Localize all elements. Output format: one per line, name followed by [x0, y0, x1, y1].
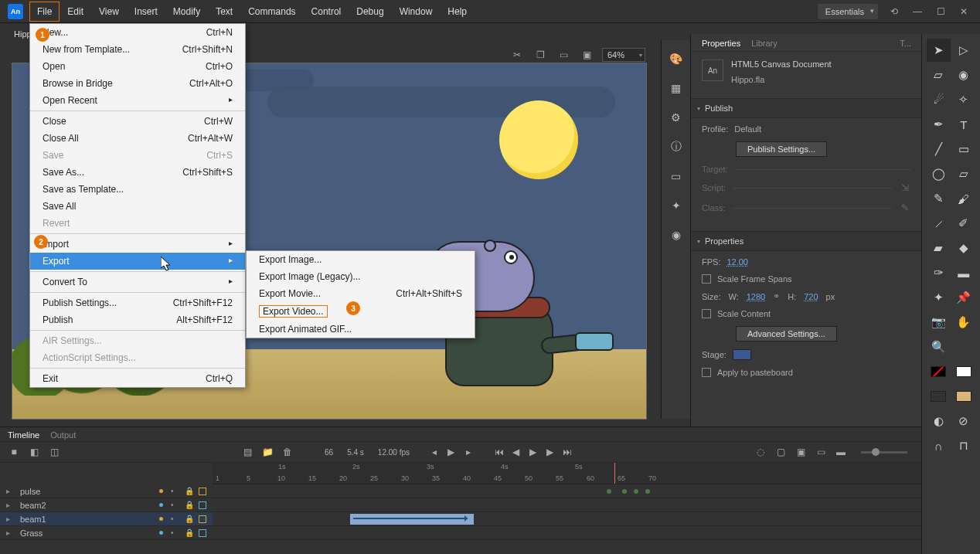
fps-value[interactable]: 12.00: [726, 257, 748, 267]
menu-modify[interactable]: Modify: [165, 2, 208, 22]
cc-libraries-icon[interactable]: ◉: [669, 227, 684, 243]
width-tool-icon[interactable]: ✦: [927, 286, 951, 309]
layer-row-beam1[interactable]: ▸beam1•🔒: [0, 512, 213, 526]
output-tab[interactable]: Output: [50, 430, 76, 440]
file-menu-close-all[interactable]: Close AllCtrl+Alt+W: [30, 130, 245, 147]
frames-row-beam1[interactable]: [213, 512, 921, 526]
paint-bucket-tool-icon[interactable]: ▰: [927, 236, 951, 260]
eyedropper-tool-icon[interactable]: ✑: [927, 261, 951, 284]
step-back-icon[interactable]: ◀: [510, 446, 522, 458]
menu-commands[interactable]: Commands: [240, 2, 303, 22]
snap-option-icon[interactable]: ⊓: [952, 434, 976, 457]
export-export-movie[interactable]: Export Movie...Ctrl+Alt+Shift+S: [247, 285, 475, 302]
file-menu-open[interactable]: OpenCtrl+O: [30, 58, 245, 75]
settings-icon[interactable]: [669, 110, 684, 125]
sync-icon[interactable]: ⟲: [887, 6, 901, 17]
hand-tool-icon[interactable]: ✋: [952, 311, 976, 334]
oval-tool-icon[interactable]: ◯: [927, 162, 951, 185]
workspace-dropdown[interactable]: Essentials: [818, 4, 878, 19]
file-menu-publish[interactable]: PublishAlt+Shift+F12: [30, 311, 245, 328]
text-tool-icon[interactable]: T: [952, 113, 976, 136]
free-transform-tool-icon[interactable]: ▱: [927, 63, 951, 87]
info-icon[interactable]: ⓘ: [669, 139, 684, 155]
show-all-icon[interactable]: ◧: [28, 446, 40, 458]
delete-layer-icon[interactable]: 🗑: [281, 446, 294, 458]
file-menu-publish-settings[interactable]: Publish Settings...Ctrl+Shift+F12: [30, 294, 245, 311]
publish-settings-button[interactable]: Publish Settings...: [736, 141, 827, 157]
frames-row-Grass[interactable]: [213, 526, 921, 540]
play-all-icon[interactable]: ▶: [527, 446, 539, 458]
new-layer-icon[interactable]: ▤: [241, 446, 254, 458]
export-export-image[interactable]: Export Image...: [247, 251, 475, 268]
subselection-tool-icon[interactable]: ▷: [952, 39, 976, 62]
timeline-ruler[interactable]: 1s2s3s4s5s 1510152025303540455055606570: [213, 463, 921, 484]
zoom-tool-icon[interactable]: 🔍: [927, 335, 951, 359]
file-menu-new[interactable]: New...Ctrl+N: [30, 24, 245, 41]
center-frame-icon[interactable]: ▭: [815, 446, 827, 458]
playhead[interactable]: [614, 463, 615, 484]
snap-icon[interactable]: ∩: [927, 434, 951, 457]
fill-swatch-tool[interactable]: [952, 360, 976, 383]
polystar-tool-icon[interactable]: ▱: [952, 162, 976, 185]
swatches-icon[interactable]: 🎨: [669, 51, 684, 66]
frames-row-beam2[interactable]: [213, 498, 921, 512]
crop-icon[interactable]: ▣: [579, 47, 594, 63]
go-first-frame-icon[interactable]: ⏮: [493, 446, 505, 458]
properties-section-header[interactable]: Properties: [691, 231, 922, 251]
file-menu-new-from-template[interactable]: New from Template...Ctrl+Shift+N: [30, 41, 245, 58]
file-menu-exit[interactable]: ExitCtrl+Q: [30, 370, 245, 387]
stroke-swatch-tool[interactable]: [927, 360, 951, 383]
timeline-zoom-slider[interactable]: [872, 448, 880, 456]
lasso-tool-icon[interactable]: ☄: [927, 88, 951, 111]
step-forward-one-icon[interactable]: ▸: [462, 446, 475, 458]
apply-pasteboard-checkbox[interactable]: [702, 368, 711, 377]
file-menu-save-as[interactable]: Save As...Ctrl+Shift+S: [30, 164, 245, 181]
menu-text[interactable]: Text: [208, 2, 240, 22]
scale-frame-spans-checkbox[interactable]: [702, 274, 711, 284]
zoom-input[interactable]: 64%: [602, 48, 645, 62]
layer-row-pulse[interactable]: ▸pulse•🔒: [0, 484, 213, 498]
timeline-tab[interactable]: Timeline: [8, 430, 39, 440]
menu-debug[interactable]: Debug: [349, 2, 391, 22]
menu-edit[interactable]: Edit: [60, 2, 91, 22]
align-icon[interactable]: ▦: [669, 80, 684, 96]
file-menu-save-as-template[interactable]: Save as Template...: [30, 181, 245, 198]
paste-icon[interactable]: ❐: [533, 47, 548, 63]
link-wh-icon[interactable]: ⚭: [773, 291, 780, 301]
pin-tool-icon[interactable]: 📌: [952, 286, 976, 309]
menu-insert[interactable]: Insert: [127, 2, 165, 22]
selection-tool-icon[interactable]: ➤: [927, 39, 951, 62]
brush-tool-icon[interactable]: 🖌: [952, 187, 976, 210]
minimize-icon[interactable]: —: [910, 6, 924, 17]
pencil-tool-icon[interactable]: ✎: [927, 187, 951, 210]
properties-tab[interactable]: Properties: [702, 39, 740, 48]
file-menu-import[interactable]: Import: [30, 236, 245, 253]
eraser-tool-icon[interactable]: ▬: [952, 261, 976, 284]
scale-content-checkbox[interactable]: [702, 309, 711, 318]
publish-section-header[interactable]: Publish: [691, 98, 922, 118]
layer-row-Grass[interactable]: ▸Grass•🔒: [0, 526, 213, 540]
advanced-settings-button[interactable]: Advanced Settings...: [736, 326, 837, 342]
library-tab[interactable]: Library: [751, 39, 778, 48]
edit-multiple-icon[interactable]: ▣: [795, 446, 807, 458]
camera-tool-icon[interactable]: 📷: [927, 311, 951, 334]
menu-view[interactable]: View: [91, 2, 127, 22]
export-export-video[interactable]: Export Video...: [247, 302, 475, 321]
magic-wand-icon[interactable]: ✧: [952, 88, 976, 111]
swap-colors-icon[interactable]: [927, 385, 951, 408]
close-icon[interactable]: ✕: [957, 6, 971, 17]
width-value[interactable]: 1280: [747, 292, 765, 301]
transform-icon[interactable]: ▭: [669, 168, 684, 184]
file-menu-convert-to[interactable]: Convert To: [30, 274, 245, 291]
pen-tool-icon[interactable]: ✒: [927, 113, 951, 136]
overflow-tab[interactable]: T...: [900, 39, 911, 48]
fit-icon[interactable]: ▭: [556, 47, 571, 63]
play-icon[interactable]: ▶: [445, 446, 458, 458]
step-forward-icon[interactable]: ▶: [544, 446, 556, 458]
menu-file[interactable]: File: [29, 2, 60, 22]
3d-rotation-tool-icon[interactable]: ◉: [952, 63, 976, 87]
menu-help[interactable]: Help: [440, 2, 475, 22]
menu-control[interactable]: Control: [304, 2, 349, 22]
go-last-frame-icon[interactable]: ⏭: [561, 446, 573, 458]
height-value[interactable]: 720: [804, 292, 818, 301]
